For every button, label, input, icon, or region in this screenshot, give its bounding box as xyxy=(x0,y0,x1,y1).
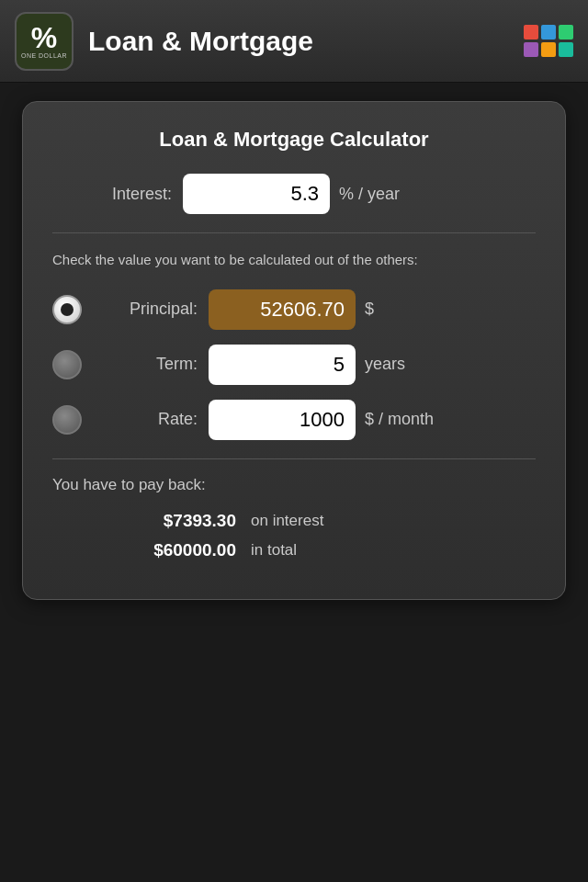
interest-input[interactable] xyxy=(183,174,330,214)
principal-label: Principal: xyxy=(96,300,198,319)
dollar-text: ONE DOLLAR xyxy=(21,52,67,59)
term-label: Term: xyxy=(96,355,198,374)
interest-label: Interest: xyxy=(52,185,172,204)
divider-2 xyxy=(52,458,536,459)
divider-1 xyxy=(52,232,536,233)
principal-row: Principal: $ xyxy=(52,289,536,330)
result-interest-desc: on interest xyxy=(251,512,323,530)
result-total-desc: in total xyxy=(251,541,297,560)
color-purple xyxy=(524,42,538,57)
color-blue xyxy=(541,25,556,40)
term-row: Term: years xyxy=(52,345,536,385)
rate-row: Rate: $ / month xyxy=(52,400,536,440)
color-green xyxy=(559,25,573,40)
color-red xyxy=(524,25,538,40)
card-title: Loan & Mortgage Calculator xyxy=(52,128,536,152)
interest-row: Interest: % / year xyxy=(52,174,536,214)
app-title: Loan & Mortgage xyxy=(88,26,524,57)
term-input[interactable] xyxy=(209,345,356,385)
principal-radio[interactable] xyxy=(52,295,82,324)
term-radio[interactable] xyxy=(52,350,82,379)
result-interest-row: $7393.30 on interest xyxy=(71,511,536,531)
calculator-card: Loan & Mortgage Calculator Interest: % /… xyxy=(22,101,566,600)
rate-unit: $ / month xyxy=(365,410,434,429)
rate-radio[interactable] xyxy=(52,405,82,435)
app-icon: % ONE DOLLAR xyxy=(15,12,74,71)
rate-label: Rate: xyxy=(96,410,198,429)
rate-input[interactable] xyxy=(209,400,356,440)
result-total-row: $60000.00 in total xyxy=(71,540,536,560)
percent-symbol: % xyxy=(31,23,57,52)
color-teal xyxy=(559,42,573,57)
interest-unit: % / year xyxy=(339,185,400,204)
result-interest-value: $7393.30 xyxy=(71,511,236,531)
main-content: Loan & Mortgage Calculator Interest: % /… xyxy=(0,83,588,618)
result-intro: You have to pay back: xyxy=(52,476,536,494)
color-orange xyxy=(541,42,556,57)
principal-unit: $ xyxy=(365,300,374,319)
check-text: Check the value you want to be calculate… xyxy=(52,250,536,271)
results-table: $7393.30 on interest $60000.00 in total xyxy=(52,511,536,560)
principal-input[interactable] xyxy=(209,289,356,330)
app-header: % ONE DOLLAR Loan & Mortgage xyxy=(0,0,588,83)
color-grid xyxy=(524,25,573,57)
result-total-value: $60000.00 xyxy=(71,540,236,560)
term-unit: years xyxy=(365,355,405,374)
